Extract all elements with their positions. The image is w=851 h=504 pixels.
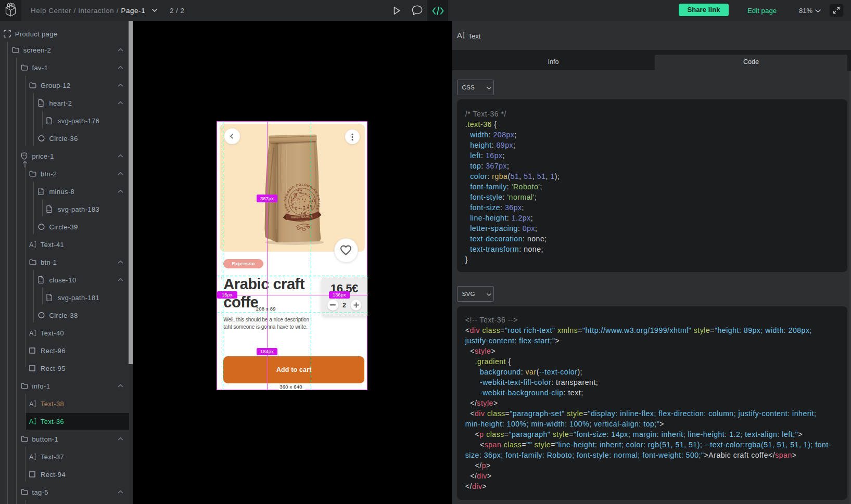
svg-text:A: A (29, 454, 34, 460)
svg-text:A: A (29, 241, 34, 248)
svg-text:A: A (29, 418, 34, 425)
svg-text:A: A (29, 400, 34, 407)
svg-text:A: A (457, 31, 462, 39)
svg-text:A: A (29, 330, 34, 337)
svg-text:NABI NAHUA: NABI NAHUA (291, 214, 313, 218)
